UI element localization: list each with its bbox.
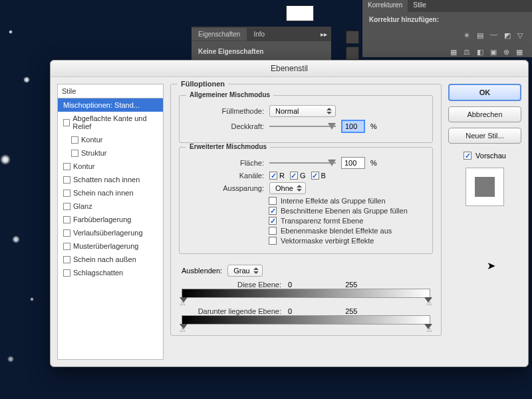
brightness-icon[interactable]: ☀	[464, 31, 470, 40]
style-item-gradient-overlay[interactable]: Verlaufsüberlagerung	[58, 226, 163, 239]
adjustments-label: Korrektur hinzufügen:	[362, 12, 532, 27]
dialog-title: Ebenenstil	[51, 61, 528, 77]
style-item-blending-options[interactable]: Mischoptionen: Stand...	[58, 98, 163, 112]
checkbox-icon[interactable]	[63, 229, 70, 237]
channel-b-label: B	[321, 172, 326, 180]
range-lo: 0	[288, 307, 292, 315]
checkbox-icon[interactable]	[71, 150, 78, 157]
tab-info[interactable]: Info	[247, 28, 271, 41]
curves-icon[interactable]: 〰	[490, 31, 497, 40]
style-item-drop-shadow[interactable]: Schlagschatten	[58, 266, 163, 279]
checkbox-icon[interactable]	[63, 243, 70, 250]
general-blend-legend: Allgemeiner Mischmodus	[186, 91, 273, 98]
checkbox-icon[interactable]	[63, 203, 70, 210]
layer-style-dialog: Ebenenstil Stile Mischoptionen: Stand...…	[50, 60, 529, 367]
cancel-button[interactable]: Abbrechen	[448, 106, 521, 122]
checkbox-icon[interactable]	[63, 256, 70, 263]
cb-clipped-layers[interactable]	[269, 207, 277, 215]
cb-clipped-layers-label: Beschnittene Ebenen als Gruppe füllen	[281, 207, 408, 215]
panel-collapse-icon[interactable]: ▸▸	[317, 28, 331, 41]
adjustment-icons-row2: ▦ ⚖ ◧ ▣ ⊗ ▦	[362, 44, 532, 61]
this-layer-slider[interactable]: ⚠ ⚠	[182, 289, 430, 298]
adjustments-panel: Korrekturen Stile Korrektur hinzufügen: …	[362, 0, 532, 57]
channel-r-checkbox[interactable]	[269, 172, 277, 180]
style-item-satin[interactable]: Glanz	[58, 200, 163, 213]
warn-icon: ⚠	[180, 299, 186, 307]
exposure-icon[interactable]: ◩	[504, 31, 511, 40]
document-thumb	[286, 5, 314, 21]
cb-internal-effects[interactable]	[269, 197, 277, 205]
vibrance-icon[interactable]: ▽	[517, 31, 523, 40]
preview-checkbox[interactable]	[464, 152, 471, 160]
checkbox-icon[interactable]	[63, 269, 70, 277]
lut-icon[interactable]: ▦	[516, 48, 523, 57]
percent-label: %	[370, 122, 377, 130]
blend-mode-label: Füllmethode:	[188, 107, 264, 115]
style-item-inner-glow[interactable]: Schein nach innen	[58, 186, 163, 200]
blend-if-label: Ausblenden:	[182, 267, 222, 275]
fill-options-legend: Fülloptionen	[178, 80, 228, 88]
checkbox-icon[interactable]	[63, 119, 70, 126]
channel-g-label: G	[300, 172, 306, 180]
fill-opacity-label: Fläche:	[188, 159, 264, 167]
general-blend-group: Allgemeiner Mischmodus Füllmethode: Norm…	[179, 95, 433, 143]
warn-icon: ⚠	[180, 326, 186, 333]
style-item-bevel[interactable]: Abgeflachte Kante und Relief	[58, 112, 163, 133]
this-layer-label: Diese Ebene:	[182, 281, 281, 289]
styles-header: Stile	[58, 84, 163, 98]
channels-label: Kanäle:	[188, 172, 264, 180]
preview-label: Vorschau	[475, 152, 506, 160]
tab-korrekturen[interactable]: Korrekturen	[362, 0, 408, 12]
blend-if-select[interactable]: Grau	[227, 265, 262, 277]
underlying-layer-slider[interactable]: ⚠ ⚠	[182, 315, 430, 325]
cb-vector-mask-hides[interactable]	[269, 237, 277, 245]
channel-mixer-icon[interactable]: ⊗	[503, 48, 509, 57]
cb-layer-mask-hides-label: Ebenenmaske blendet Effekte aus	[281, 227, 392, 235]
cb-transparency-shapes[interactable]	[269, 217, 277, 225]
checkbox-icon[interactable]	[63, 216, 70, 223]
cb-transparency-shapes-label: Transparenz formt Ebene	[281, 217, 363, 225]
ok-button[interactable]: OK	[448, 84, 521, 101]
fill-options-group: Fülloptionen Allgemeiner Mischmodus Füll…	[170, 84, 442, 336]
blend-mode-select[interactable]: Normal	[269, 105, 336, 117]
bw-icon[interactable]: ◧	[477, 48, 483, 57]
style-item-contour[interactable]: Kontur	[58, 133, 163, 146]
channel-g-checkbox[interactable]	[290, 172, 298, 180]
channel-r-label: R	[279, 172, 285, 180]
style-item-stroke[interactable]: Kontur	[58, 160, 163, 173]
style-item-outer-glow[interactable]: Schein nach außen	[58, 253, 163, 266]
levels-icon[interactable]: ▤	[477, 31, 483, 40]
style-item-color-overlay[interactable]: Farbüberlagerung	[58, 213, 163, 226]
panel-icon-2[interactable]	[346, 47, 359, 60]
range-lo: 0	[288, 281, 292, 289]
range-hi: 255	[345, 281, 357, 289]
tab-stile[interactable]: Stile	[408, 0, 431, 12]
checkbox-icon[interactable]	[63, 163, 70, 170]
hue-icon[interactable]: ▦	[450, 48, 457, 57]
photo-filter-icon[interactable]: ▣	[490, 48, 497, 57]
tab-eigenschaften[interactable]: Eigenschaften	[192, 28, 247, 41]
knockout-select[interactable]: Ohne	[269, 182, 306, 194]
fill-opacity-field[interactable]: 100	[341, 157, 365, 169]
advanced-blend-group: Erweiterter Mischmodus Fläche: 100 % Kan…	[179, 147, 433, 254]
style-item-pattern-overlay[interactable]: Musterüberlagerung	[58, 239, 163, 253]
style-item-texture[interactable]: Struktur	[58, 146, 163, 160]
style-item-inner-shadow[interactable]: Schatten nach innen	[58, 173, 163, 186]
cb-layer-mask-hides[interactable]	[269, 227, 277, 235]
checkbox-icon[interactable]	[63, 176, 70, 184]
adjustment-icons-row1: ☀ ▤ 〰 ◩ ▽	[362, 27, 532, 44]
preview-swatch-box	[466, 168, 504, 206]
warn-icon: ⚠	[426, 326, 432, 333]
styles-list: Stile Mischoptionen: Stand... Abgeflacht…	[57, 84, 164, 360]
channel-b-checkbox[interactable]	[311, 172, 319, 180]
checkbox-icon[interactable]	[63, 190, 70, 197]
opacity-slider[interactable]	[269, 122, 336, 130]
properties-panel: Eigenschaften Info ▸▸ Keine Eigenschafte…	[192, 27, 331, 62]
range-hi: 255	[345, 307, 357, 315]
balance-icon[interactable]: ⚖	[464, 48, 470, 57]
fill-opacity-slider[interactable]	[269, 159, 336, 167]
opacity-field[interactable]: 100	[341, 120, 365, 133]
new-style-button[interactable]: Neuer Stil...	[448, 128, 521, 144]
panel-icon-1[interactable]	[346, 31, 359, 44]
checkbox-icon[interactable]	[71, 136, 78, 144]
